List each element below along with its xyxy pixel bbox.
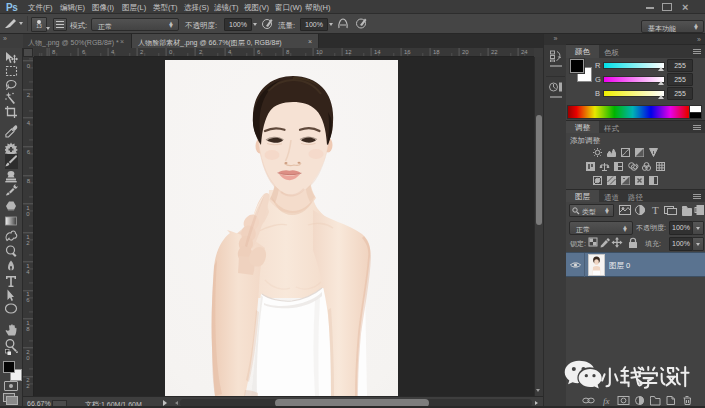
svg-text:T: T bbox=[652, 204, 659, 216]
